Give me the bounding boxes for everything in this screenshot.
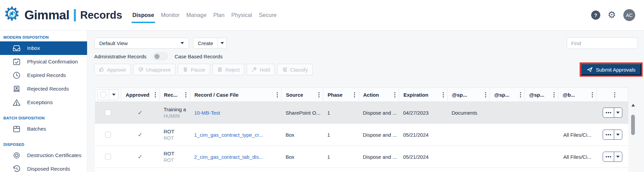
sidebar-item-label: Inbox — [27, 45, 40, 51]
find-input[interactable] — [567, 37, 638, 49]
header-source: Source — [282, 88, 323, 101]
cell-b — [558, 102, 596, 123]
column-menu-icon[interactable] — [394, 94, 395, 95]
cell-sp3 — [524, 124, 558, 146]
unapprove-button[interactable]: Unapprove — [133, 64, 175, 75]
row-actions-split-button[interactable] — [603, 130, 622, 140]
nav-tab-manage[interactable]: Manage — [186, 10, 207, 20]
select-all-checkbox[interactable] — [100, 92, 106, 98]
table-scrollbar[interactable] — [630, 102, 636, 172]
create-button[interactable]: Create — [193, 38, 217, 48]
reject-button[interactable]: Reject — [212, 64, 245, 75]
column-menu-icon[interactable] — [443, 94, 444, 95]
row-dropdown-button[interactable] — [614, 108, 622, 117]
brand-separator — [74, 9, 76, 21]
row-checkbox[interactable] — [105, 110, 111, 116]
thumbs-up-icon — [99, 67, 104, 72]
settings-gear-icon[interactable]: ⚙ — [608, 11, 616, 20]
pause-button[interactable]: Pause — [178, 64, 210, 75]
row-more-button[interactable] — [603, 130, 614, 139]
cell-phase: 1 — [323, 146, 358, 168]
case-based-records-label: Case Based Records — [174, 54, 223, 59]
submit-approvals-button[interactable]: Submit Approvals — [581, 64, 641, 75]
row-dropdown-button[interactable] — [614, 152, 622, 161]
row-more-button[interactable] — [603, 152, 614, 161]
sidebar-item-disposed-records[interactable]: Disposed Records — [0, 162, 87, 172]
sidebar-item-expired-records[interactable]: Expired Records — [0, 69, 87, 82]
sidebar-item-destruction-certificates[interactable]: Destruction Certificates — [0, 149, 87, 162]
calendar-check-icon — [12, 57, 21, 66]
header-approved: Approved — [121, 88, 160, 101]
sidebar-item-inbox[interactable]: Inbox — [0, 41, 87, 55]
cell-rec-sub: ROT — [164, 157, 174, 163]
table-header: Approved Rec... Record / Case File Sourc… — [95, 88, 628, 102]
row-more-button[interactable] — [603, 108, 614, 117]
scroll-up-icon[interactable] — [631, 104, 635, 107]
row-checkbox[interactable] — [105, 132, 111, 138]
column-menu-icon[interactable] — [485, 94, 486, 95]
hold-button[interactable]: Hold — [247, 64, 275, 75]
select-all-control[interactable] — [98, 89, 119, 100]
approve-label: Approve — [107, 67, 126, 73]
nav-tab-secure[interactable]: Secure — [258, 10, 277, 20]
row-actions-split-button[interactable] — [603, 152, 622, 162]
record-link[interactable]: 2_cim_gas_contract_tab_dis... — [194, 154, 263, 160]
column-menu-icon[interactable] — [592, 94, 593, 95]
view-selector-dropdown[interactable]: Default View — [94, 38, 189, 49]
record-link[interactable]: 1_cim_gas_contract_type_cr... — [194, 132, 263, 138]
avatar[interactable]: AC — [623, 9, 635, 21]
rejected-box-icon — [12, 84, 21, 93]
submit-approvals-highlight: Submit Approvals — [580, 62, 643, 77]
nav-tab-plan[interactable]: Plan — [213, 10, 225, 20]
nav-tab-physical[interactable]: Physical — [231, 10, 253, 20]
nav-tab-monitor[interactable]: Monitor — [160, 10, 180, 20]
cell-rec-title: ROT — [164, 128, 174, 135]
approve-button[interactable]: Approve — [94, 64, 131, 75]
sidebar-item-physical-confirmation[interactable]: Physical Confirmation — [0, 55, 87, 69]
gimmal-logo: ⚙ ⚙ Gimmal Records — [0, 6, 122, 25]
main-nav: Dispose Monitor Manage Plan Physical Sec… — [132, 10, 277, 20]
record-type-toggles: Administrative Records Case Based Record… — [94, 52, 223, 61]
help-icon[interactable]: ? — [591, 11, 600, 20]
sidebar-item-label: Disposed Records — [27, 166, 70, 172]
cell-expiration: 05/21/2024 — [399, 146, 447, 168]
sidebar: MODERN DISPOSITION Inbox Physical Confir… — [0, 31, 87, 172]
approved-check-icon: ✓ — [138, 109, 142, 116]
classify-button[interactable]: Classify — [277, 64, 313, 75]
create-split-button[interactable]: Create — [193, 38, 227, 49]
header-sp2: @sp... — [490, 88, 525, 101]
sidebar-item-batches[interactable]: Batches — [0, 122, 87, 136]
sidebar-item-label: Batches — [27, 126, 46, 132]
column-menu-icon[interactable] — [354, 94, 355, 95]
column-menu-icon[interactable] — [277, 94, 278, 95]
scrollbar-thumb[interactable] — [631, 115, 635, 135]
sidebar-section-batch-disposition: BATCH DISPOSITION — [3, 116, 87, 120]
table-row-partial — [95, 168, 628, 172]
nav-tab-dispose[interactable]: Dispose — [132, 10, 155, 20]
view-selector-value: Default View — [99, 40, 128, 46]
row-actions-split-button[interactable] — [603, 108, 622, 118]
app-header: ⚙ ⚙ Gimmal Records Dispose Monitor Manag… — [0, 0, 644, 31]
create-dropdown-toggle[interactable] — [217, 38, 226, 48]
chevron-down-icon — [221, 42, 224, 44]
classify-hierarchy-icon — [282, 67, 287, 72]
column-menu-icon[interactable] — [318, 94, 319, 95]
column-menu-icon[interactable] — [614, 94, 615, 95]
certificate-seal-icon — [12, 151, 21, 160]
administrative-records-toggle[interactable] — [153, 53, 168, 60]
sidebar-section-modern-disposition: MODERN DISPOSITION — [3, 35, 87, 39]
row-dropdown-button[interactable] — [614, 130, 622, 139]
sidebar-section-disposed: DISPOSED — [3, 142, 87, 147]
sidebar-item-label: Destruction Certificates — [27, 152, 81, 158]
sidebar-item-exceptions[interactable]: Exceptions — [0, 96, 87, 109]
sidebar-item-label: Exceptions — [27, 99, 53, 106]
column-menu-icon[interactable] — [520, 94, 521, 95]
column-menu-icon[interactable] — [554, 94, 555, 95]
approved-check-icon: ✓ — [138, 153, 142, 160]
record-link[interactable]: 10-MB-Test — [194, 110, 220, 116]
column-menu-icon[interactable] — [185, 94, 186, 95]
sidebar-item-rejected-records[interactable]: Rejected Records — [0, 82, 87, 96]
row-checkbox[interactable] — [105, 154, 111, 160]
column-menu-icon[interactable] — [155, 94, 156, 95]
reject-label: Reject — [225, 67, 240, 73]
